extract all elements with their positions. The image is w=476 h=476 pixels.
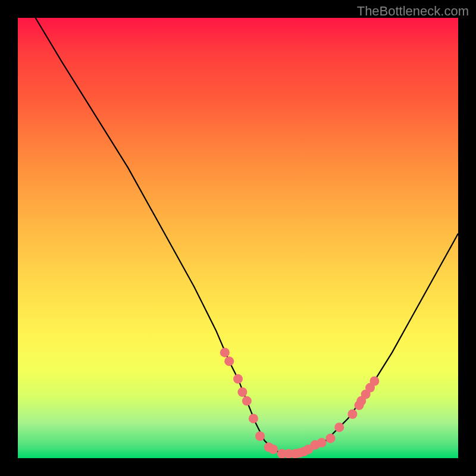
highlight-point <box>233 374 243 384</box>
highlight-point <box>334 422 344 432</box>
highlight-point <box>268 444 278 454</box>
curve-layer <box>36 18 458 454</box>
highlight-point <box>224 356 234 366</box>
highlight-point <box>237 387 247 397</box>
highlight-point <box>369 377 379 386</box>
highlight-point <box>347 409 357 419</box>
highlight-point <box>249 414 258 423</box>
chart-svg <box>18 18 458 458</box>
highlight-point <box>317 438 327 447</box>
highlight-points-layer <box>220 347 380 458</box>
highlight-point <box>220 347 230 357</box>
curve-line <box>36 18 458 454</box>
watermark-text: TheBottleneck.com <box>357 4 469 19</box>
chart-plot-area <box>18 18 458 458</box>
highlight-point <box>325 434 335 443</box>
highlight-point <box>255 431 265 441</box>
highlight-point <box>242 396 252 406</box>
